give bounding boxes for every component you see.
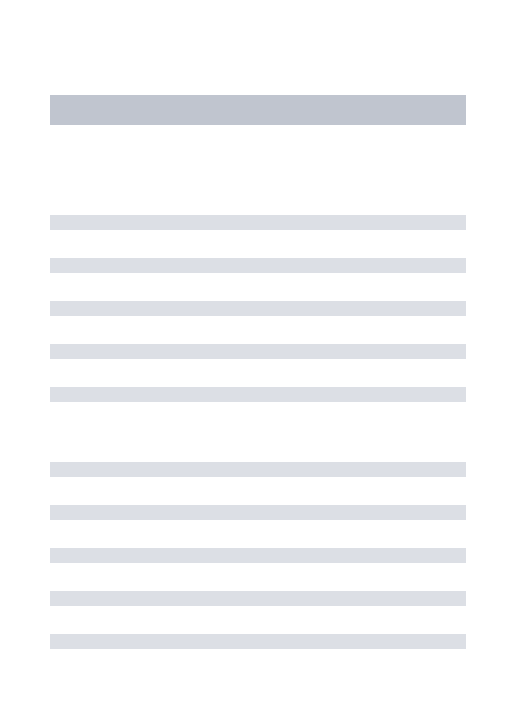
skeleton-page [0,0,516,649]
text-line-placeholder [50,462,466,477]
text-line-placeholder [50,548,466,563]
text-line-placeholder [50,301,466,316]
text-line-placeholder [50,505,466,520]
text-line-placeholder [50,387,466,402]
text-line-placeholder [50,215,466,230]
title-placeholder [50,95,466,125]
text-line-placeholder [50,634,466,649]
section-gap [50,430,466,462]
text-line-placeholder [50,591,466,606]
text-line-placeholder [50,258,466,273]
text-line-placeholder [50,344,466,359]
